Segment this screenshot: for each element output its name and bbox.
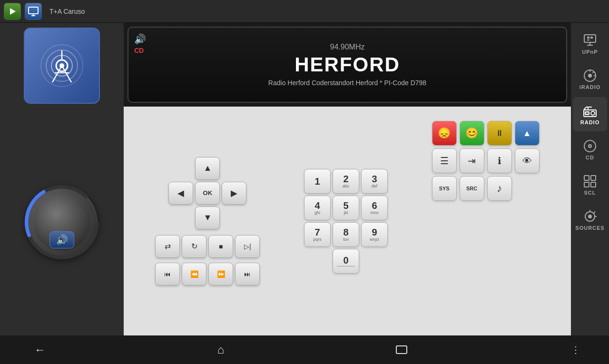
nav-transport: ▲ ◀ OK ▶ ▼ ⇄ ↻ ■ ▷| [155, 157, 260, 285]
happy-face-button[interactable]: 😊 [460, 121, 484, 146]
num-4-button[interactable]: 4ghi [304, 196, 331, 220]
svg-rect-37 [584, 182, 589, 187]
home-button[interactable]: ⌂ [209, 338, 232, 361]
main-area: 🔊 🔊 CD 94.90MHz HERFORD Radio Herford Co… [0, 23, 609, 335]
volume-knob-area: 🔊 [26, 108, 98, 335]
num-0-button[interactable]: 0 [333, 249, 359, 274]
svg-rect-36 [591, 176, 596, 180]
playback-row: ⏮ ⏪ ⏩ ⏭ [155, 263, 260, 285]
function-buttons: 😞 😊 ⏸ ▲ ☰ ⇥ ℹ 👁 SYS SRC ♪ [432, 121, 540, 201]
volume-icon-button[interactable]: 🔊 [49, 231, 74, 248]
back-button[interactable]: ← [29, 338, 51, 361]
svg-point-22 [588, 74, 592, 78]
recents-button[interactable] [390, 338, 413, 361]
monitor-button[interactable] [25, 3, 42, 20]
app-title: T+A Caruso [49, 8, 85, 15]
sidebar-item-upnp[interactable]: UPnP [573, 27, 607, 61]
svg-line-24 [593, 72, 594, 73]
svg-point-34 [589, 146, 590, 147]
svg-rect-31 [585, 112, 589, 115]
up-arrow-button[interactable]: ▲ [515, 121, 540, 146]
svg-line-42 [594, 212, 596, 213]
left-sidebar: 🔊 [0, 23, 124, 335]
stop-button[interactable]: ■ [208, 235, 233, 258]
fast-forward-button[interactable]: ⏩ [208, 263, 233, 285]
radio-app-icon[interactable] [24, 28, 100, 104]
nav-down-button[interactable]: ▼ [195, 207, 220, 229]
radio-label: RADIO [580, 119, 599, 125]
display-panel: 🔊 CD 94.90MHz HERFORD Radio Herford Code… [128, 27, 567, 103]
num-1-button[interactable]: 1 [304, 169, 331, 194]
num-3-button[interactable]: 3def [361, 169, 388, 194]
sidebar-item-sources[interactable]: SOURCES [573, 203, 607, 237]
svg-point-12 [59, 63, 64, 68]
svg-rect-20 [587, 39, 589, 40]
next-track-button[interactable]: ⏭ [235, 263, 260, 285]
transport-row: ⇄ ↻ ■ ▷| [155, 235, 260, 258]
src-button[interactable]: SRC [460, 176, 484, 201]
sad-face-button[interactable]: 😞 [432, 121, 457, 146]
sidebar-item-iradio[interactable]: iRADIO [573, 62, 607, 96]
pause-button[interactable]: ⏸ [487, 121, 512, 146]
svg-rect-35 [584, 176, 589, 180]
num-7-button[interactable]: 7pqrs [304, 222, 331, 247]
svg-point-40 [588, 215, 592, 218]
svg-rect-1 [29, 7, 38, 14]
svg-rect-38 [591, 182, 596, 187]
svg-marker-0 [10, 8, 16, 15]
svg-rect-44 [396, 346, 407, 354]
svg-point-27 [591, 111, 595, 115]
display-icons: 🔊 CD [134, 33, 146, 54]
num-6-button[interactable]: 6mno [361, 196, 388, 220]
input-button[interactable]: ⇥ [460, 148, 484, 173]
svg-rect-15 [584, 35, 596, 42]
play-pause-button[interactable]: ▷| [235, 235, 260, 258]
cd-indicator: CD [134, 47, 146, 54]
controls-area: ▲ ◀ OK ▶ ▼ ⇄ ↻ ■ ▷| [124, 107, 571, 335]
shuffle-button[interactable]: ⇄ [155, 235, 180, 258]
cd-label: CD [586, 155, 594, 160]
repeat-button[interactable]: ↻ [182, 235, 206, 258]
num-9-button[interactable]: 9wxyz [361, 222, 388, 247]
menu-dots-button[interactable]: ⋮ [571, 344, 580, 355]
prev-track-button[interactable]: ⏮ [155, 263, 180, 285]
list-button[interactable]: ☰ [432, 148, 457, 173]
info-button[interactable]: ℹ [487, 148, 512, 173]
svg-rect-18 [587, 37, 589, 39]
num-5-button[interactable]: 5jkl [333, 196, 359, 220]
right-sidebar: UPnP iRADIO RADIO [571, 23, 609, 335]
nav-ok-button[interactable]: OK [195, 182, 220, 205]
play-button[interactable] [4, 3, 21, 20]
num-8-button[interactable]: 8tuv [333, 222, 359, 247]
center-content: 🔊 CD 94.90MHz HERFORD Radio Herford Code… [124, 23, 571, 335]
eye-button[interactable]: 👁 [515, 148, 540, 173]
sidebar-item-radio[interactable]: RADIO [573, 97, 607, 131]
music-button[interactable]: ♪ [487, 176, 512, 201]
upnp-label: UPnP [582, 49, 598, 55]
scl-label: SCL [584, 190, 596, 196]
nav-up-button[interactable]: ▲ [195, 157, 220, 180]
display-frequency: 94.90MHz [138, 43, 557, 51]
bottom-bar: ← ⌂ ⋮ [0, 335, 609, 364]
volume-indicator: 🔊 [134, 33, 146, 45]
numpad: 1 2abc 3def 4ghi 5jkl 6mno 7pqrs 8tuv 9w… [304, 169, 388, 274]
iradio-label: iRADIO [580, 84, 601, 90]
nav-right-button[interactable]: ▶ [222, 182, 246, 205]
svg-rect-19 [590, 37, 593, 39]
top-bar: T+A Caruso [0, 0, 609, 23]
sidebar-item-cd[interactable]: CD [573, 132, 607, 167]
rewind-button[interactable]: ⏪ [182, 263, 206, 285]
display-station-name: HERFORD [138, 53, 557, 76]
display-info: Radio Herford Coderstandort Herford * PI… [138, 79, 557, 87]
sidebar-item-scl[interactable]: SCL [573, 167, 607, 202]
nav-left-button[interactable]: ◀ [168, 182, 193, 205]
sources-label: SOURCES [575, 225, 604, 231]
nav-pad: ▲ ◀ OK ▶ ▼ [168, 157, 246, 229]
num-2-button[interactable]: 2abc [333, 169, 359, 194]
sys-button[interactable]: SYS [432, 176, 457, 201]
